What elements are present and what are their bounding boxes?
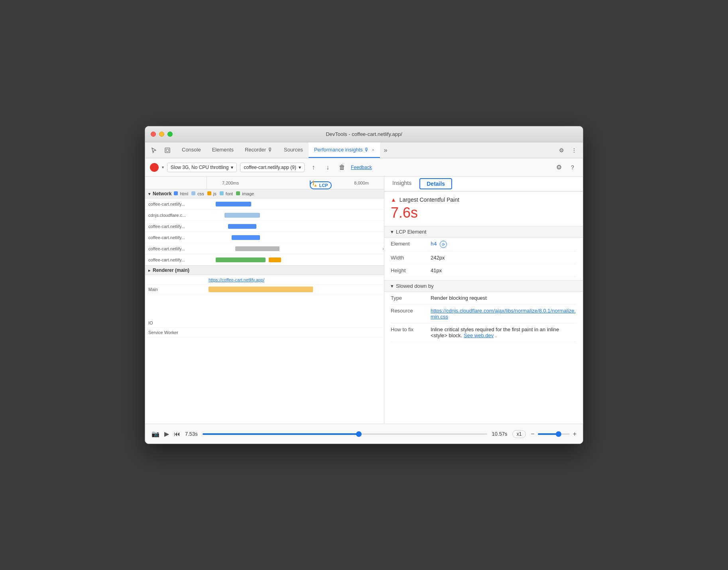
legend-font-dot — [220, 191, 224, 195]
how-to-fix-value: Inline critical styles required for the … — [431, 326, 576, 338]
feedback-link[interactable]: Feedback — [351, 165, 372, 170]
network-throttle-dropdown[interactable]: Slow 3G, No CPU throttling ▾ — [167, 163, 237, 172]
details-content: ▲ Largest Contentful Paint 7.6s ▾ LCP El… — [384, 192, 583, 347]
legend-css-dot — [191, 191, 195, 195]
type-value: Render blocking request — [431, 295, 487, 301]
network-row-1[interactable]: coffee-cart.netlify... — [145, 199, 384, 210]
settings-icon[interactable]: ⚙ — [556, 145, 567, 156]
type-label: Type — [391, 295, 431, 301]
legend-html-dot — [174, 191, 178, 195]
cursor-icon[interactable] — [148, 145, 159, 156]
renderer-row-url[interactable]: https://coffee-cart.netlify.app/ — [145, 275, 384, 285]
network-row-4[interactable]: coffee-cart.netlify... — [145, 232, 384, 243]
left-panel: 7,200ms 8,000m ▲ LCP — [145, 177, 384, 424]
zoom-thumb[interactable] — [556, 431, 561, 437]
network-row-3-label: coffee-cart.netlify... — [145, 224, 207, 229]
scrubber-track[interactable] — [203, 433, 487, 435]
timeline-ruler: 7,200ms 8,000m ▲ LCP — [207, 181, 384, 185]
more-tabs-icon[interactable]: » — [382, 147, 390, 154]
more-options-icon[interactable]: ⋮ — [569, 145, 580, 156]
settings-icon-toolbar[interactable]: ⚙ — [553, 162, 565, 173]
zoom-track[interactable] — [538, 433, 570, 435]
slowed-chevron: ▾ — [391, 283, 394, 289]
record-dropdown-arrow[interactable]: ▾ — [162, 165, 164, 169]
time-start: 7.53s — [185, 431, 198, 437]
tab-close-icon[interactable]: × — [372, 147, 374, 152]
panel-tabs: Insights Details — [384, 177, 583, 192]
right-panel: Insights Details ▲ Largest Contentful Pa… — [384, 177, 583, 424]
ruler-mark-2: 8,000m — [354, 181, 369, 185]
element-value: h4 ⟳ — [431, 241, 447, 248]
renderer-io-label: IO — [145, 320, 207, 325]
renderer-sw-label: Service Worker — [145, 330, 207, 335]
scrubber-thumb[interactable] — [356, 431, 362, 437]
network-row-3[interactable]: coffee-cart.netlify... — [145, 221, 384, 232]
upload-icon[interactable]: ↑ — [308, 162, 319, 173]
width-row: Width 242px — [391, 252, 576, 264]
inspect-icon[interactable] — [162, 145, 173, 156]
height-row: Height 41px — [391, 264, 576, 277]
target-dropdown-arrow: ▾ — [299, 165, 301, 170]
tab-performance-insights[interactable]: Performance insights 🎙 × — [309, 142, 380, 158]
zoom-out-icon[interactable]: − — [531, 430, 534, 438]
download-icon[interactable]: ↓ — [322, 162, 333, 173]
renderer-section-label: Renderer (main) — [153, 267, 189, 273]
delete-icon[interactable]: 🗑 — [336, 162, 348, 173]
speed-control[interactable]: x1 — [512, 430, 526, 438]
network-row-6[interactable]: coffee-cart.netlify... — [145, 254, 384, 265]
network-row-4-bar — [207, 232, 384, 243]
close-button[interactable] — [151, 132, 156, 137]
renderer-row-main: Main — [145, 285, 384, 294]
network-row-2[interactable]: cdnjs.cloudflare.c... — [145, 210, 384, 221]
slowed-section-header: ▾ Slowed down by — [384, 280, 583, 292]
record-button[interactable] — [150, 163, 159, 172]
play-icon[interactable]: ▶ — [164, 430, 169, 438]
main-area: 7,200ms 8,000m ▲ LCP — [145, 177, 583, 424]
tab-settings-area: ⚙ ⋮ — [556, 145, 580, 156]
network-row-2-label: cdnjs.cloudflare.c... — [145, 213, 207, 218]
screenshot-icon[interactable]: 📷 — [152, 430, 159, 438]
network-row-expand[interactable]: › — [382, 246, 384, 252]
network-row-2-bar — [207, 210, 384, 220]
network-row-5[interactable]: coffee-cart.netlify... › — [145, 243, 384, 254]
tab-recorder[interactable]: Recorder 🎙 — [239, 142, 278, 158]
traffic-lights — [151, 132, 173, 137]
toolbar: ▾ Slow 3G, No CPU throttling ▾ coffee-ca… — [145, 158, 583, 177]
lcp-badge[interactable]: ▲ LCP — [310, 181, 332, 189]
tab-sources[interactable]: Sources — [278, 142, 309, 158]
lcp-value: 7.6s — [391, 204, 576, 221]
devtools-icons — [148, 145, 173, 156]
skip-back-icon[interactable]: ⏮ — [174, 430, 180, 438]
network-expand-arrow[interactable]: ▾ — [148, 192, 150, 196]
target-dropdown[interactable]: coffee-cart.netlify.app (9) ▾ — [240, 163, 305, 172]
width-value: 242px — [431, 255, 445, 261]
bar-segment — [232, 235, 260, 240]
titlebar: DevTools - coffee-cart.netlify.app/ — [145, 126, 583, 142]
network-row-1-bar — [207, 199, 384, 209]
help-icon[interactable]: ? — [567, 162, 578, 173]
network-section-header: ▾ Network html css js — [145, 189, 384, 199]
ruler-marks: 7,200ms 8,000m — [210, 181, 381, 185]
zoom-in-icon[interactable]: + — [573, 430, 576, 438]
network-row-4-label: coffee-cart.netlify... — [145, 235, 207, 240]
renderer-row-sw: Service Worker — [145, 328, 384, 337]
maximize-button[interactable] — [167, 132, 173, 137]
legend-js: js — [207, 191, 216, 196]
element-inspect-icon[interactable]: ⟳ — [440, 241, 447, 248]
minimize-button[interactable] — [159, 132, 164, 137]
bar-segment — [224, 213, 260, 218]
how-to-fix-label: How to fix — [391, 326, 431, 338]
renderer-expand-arrow[interactable]: ▸ — [148, 268, 150, 273]
network-row-5-bar: › — [207, 243, 384, 254]
zoom-control: − + — [531, 430, 576, 438]
tab-insights[interactable]: Insights — [384, 177, 419, 191]
legend-image-dot — [236, 191, 240, 195]
tab-console[interactable]: Console — [176, 142, 207, 158]
network-row-5-label: coffee-cart.netlify... — [145, 246, 207, 251]
bar-segment-orange — [269, 257, 281, 262]
element-row: Element h4 ⟳ — [391, 238, 576, 252]
tab-elements[interactable]: Elements — [207, 142, 239, 158]
width-label: Width — [391, 255, 431, 261]
lcp-marker[interactable]: ▲ LCP — [310, 181, 332, 189]
tab-details[interactable]: Details — [419, 178, 452, 189]
